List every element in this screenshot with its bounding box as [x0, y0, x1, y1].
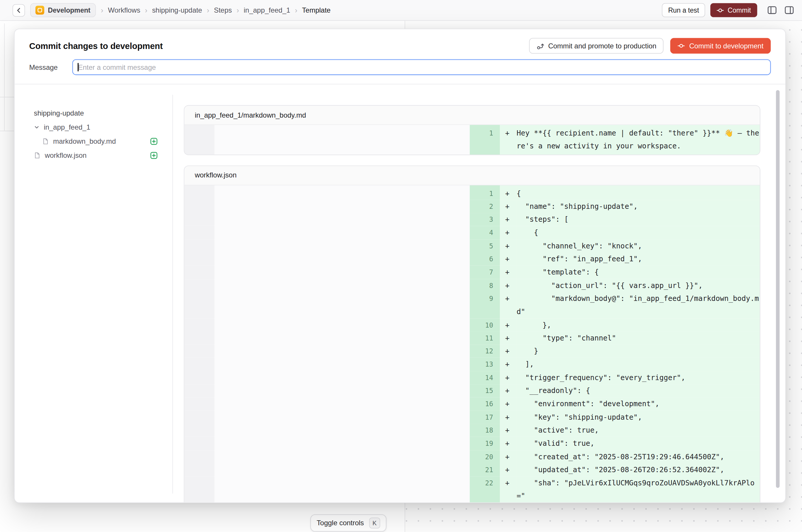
run-test-label: Run a test	[668, 6, 699, 14]
modal-title: Commit changes to development	[29, 41, 163, 51]
diff-added-sign: +	[500, 252, 517, 266]
diff-added-sign: +	[500, 477, 517, 503]
diff-added-sign: +	[500, 437, 517, 450]
diff-line: 2+ "name": "shipping-update",	[184, 200, 760, 213]
diff-old-content	[215, 125, 470, 154]
diff-added-sign: +	[500, 200, 517, 213]
diff-filename: workflow.json	[195, 171, 237, 179]
diff-old-line-number	[184, 252, 215, 266]
message-label: Message	[29, 63, 72, 71]
diff-old-content	[215, 185, 470, 200]
diff-old-line-number	[184, 450, 215, 463]
diff-line: 14+ "trigger_frequency": "every_trigger"…	[184, 371, 760, 384]
diff-code-text: "key": "shipping-update",	[517, 411, 760, 424]
breadcrumb-item[interactable]: shipping-update	[152, 6, 202, 14]
breadcrumb: ›Workflows›shipping-update›Steps›in_app_…	[101, 6, 331, 14]
tree-item-file[interactable]: workflow.json	[34, 148, 158, 163]
diff-code-text: "channel_key": "knock",	[517, 239, 760, 252]
commit-button[interactable]: Commit	[710, 3, 757, 17]
environment-selector[interactable]: Development	[30, 3, 96, 17]
diff-rows: 1+Hey **{{ recipient.name | default: "th…	[184, 125, 760, 154]
diff-code-text: "active": true,	[517, 424, 760, 437]
diff-line-number: 11	[470, 332, 500, 345]
diff-line: 3+ "steps": [	[184, 213, 760, 226]
commit-to-development-button[interactable]: Commit to development	[671, 38, 771, 54]
diff-line: 6+ "ref": "in_app_feed_1",	[184, 252, 760, 266]
diff-old-line-number	[184, 292, 215, 319]
diff-line: 21+ "updated_at": "2025-08-26T20:26:52.3…	[184, 463, 760, 477]
toggle-controls-button[interactable]: Toggle controls K	[310, 514, 386, 532]
diff-line: 1+Hey **{{ recipient.name | default: "th…	[184, 125, 760, 154]
diff-added-sign: +	[500, 371, 517, 384]
run-test-button[interactable]: Run a test	[662, 3, 705, 17]
diff-line-number: 10	[470, 319, 500, 332]
breadcrumb-item[interactable]: Steps	[214, 6, 232, 14]
diff-added-sign: +	[500, 213, 517, 226]
back-button[interactable]	[13, 4, 25, 16]
breadcrumb-item[interactable]: Workflows	[108, 6, 140, 14]
diff-added-sign: +	[500, 226, 517, 239]
diff-old-line-number	[184, 200, 215, 213]
toggle-left-panel-button[interactable]	[766, 5, 777, 16]
diff-old-content	[215, 213, 470, 226]
diff-rows: 1+{2+ "name": "shipping-update",3+ "step…	[184, 185, 760, 502]
diff-line: 7+ "template": {	[184, 266, 760, 279]
diff-old-content	[215, 424, 470, 437]
diff-old-content	[215, 477, 470, 503]
breadcrumb-separator-icon: ›	[145, 6, 147, 14]
scrollbar-thumb[interactable]	[776, 90, 779, 488]
diff-added-sign: +	[500, 332, 517, 345]
background-panel-edge	[4, 23, 5, 131]
diff-code-text: "type": "channel"	[517, 332, 760, 345]
diff-line-number: 14	[470, 371, 500, 384]
commit-and-promote-button[interactable]: Commit and promote to production	[529, 38, 664, 54]
diff-added-sign: +	[500, 292, 517, 319]
diff-code-text: "updated_at": "2025-08-26T20:26:52.36400…	[517, 463, 760, 477]
diff-added-sign: +	[500, 266, 517, 279]
diff-old-content	[215, 371, 470, 384]
toggle-right-panel-button[interactable]	[784, 5, 795, 16]
diff-line: 12+ }	[184, 345, 760, 358]
diff-old-content	[215, 463, 470, 477]
layout-panel-left-icon	[766, 5, 777, 16]
diff-code-text: "sha": "pJeLVir6xIlUCMGqs9qroZoUAVDSwA0y…	[517, 477, 760, 503]
diff-line: 22+ "sha": "pJeLVir6xIlUCMGqs9qroZoUAVDS…	[184, 477, 760, 503]
tree-item-label: workflow.json	[45, 152, 87, 159]
message-input-wrap	[72, 59, 771, 75]
diff-added-sign: +	[500, 463, 517, 477]
diff-old-line-number	[184, 266, 215, 279]
diff-old-content	[215, 226, 470, 239]
diff-old-content	[215, 450, 470, 463]
diff-line: 1+{	[184, 185, 760, 200]
diff-filename: in_app_feed_1/markdown_body.md	[195, 111, 306, 119]
background-panel-divider	[0, 97, 14, 97]
diff-line-number: 20	[470, 450, 500, 463]
tree-item-folder[interactable]: in_app_feed_1	[34, 120, 158, 134]
diff-added-sign: +	[500, 279, 517, 292]
diff-old-line-number	[184, 477, 215, 503]
diff-line: 19+ "valid": true,	[184, 437, 760, 450]
breadcrumb-item[interactable]: in_app_feed_1	[244, 6, 291, 14]
diff-added-sign: +	[500, 450, 517, 463]
diff-code-text: },	[517, 319, 760, 332]
toggle-controls-label: Toggle controls	[317, 519, 364, 527]
diff-code-text: }	[517, 345, 760, 358]
diff-code-text: "action_url": "{{ vars.app_url }}",	[517, 279, 760, 292]
diff-old-content	[215, 437, 470, 450]
tree-item-workflow-root[interactable]: shipping-update	[34, 106, 158, 120]
commit-message-input[interactable]	[72, 59, 771, 75]
diff-old-content	[215, 332, 470, 345]
text-caret	[78, 63, 79, 71]
diff-line-number: 8	[470, 279, 500, 292]
breadcrumb-separator-icon: ›	[207, 6, 209, 14]
diff-line: 17+ "key": "shipping-update",	[184, 411, 760, 424]
diff-added-sign: +	[500, 239, 517, 252]
chevron-down-icon	[34, 125, 40, 130]
breadcrumb-item[interactable]: Template	[302, 6, 331, 14]
diff-added-sign: +	[500, 424, 517, 437]
diff-old-content	[215, 384, 470, 397]
tree-item-file[interactable]: markdown_body.md	[34, 134, 158, 148]
diff-line: 18+ "active": true,	[184, 424, 760, 437]
diff-line-number: 18	[470, 424, 500, 437]
diff-old-line-number	[184, 384, 215, 397]
